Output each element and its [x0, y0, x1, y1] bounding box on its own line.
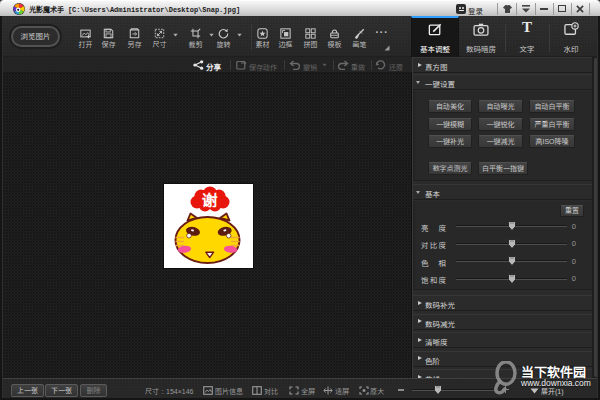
svg-text:谢: 谢	[202, 188, 218, 210]
